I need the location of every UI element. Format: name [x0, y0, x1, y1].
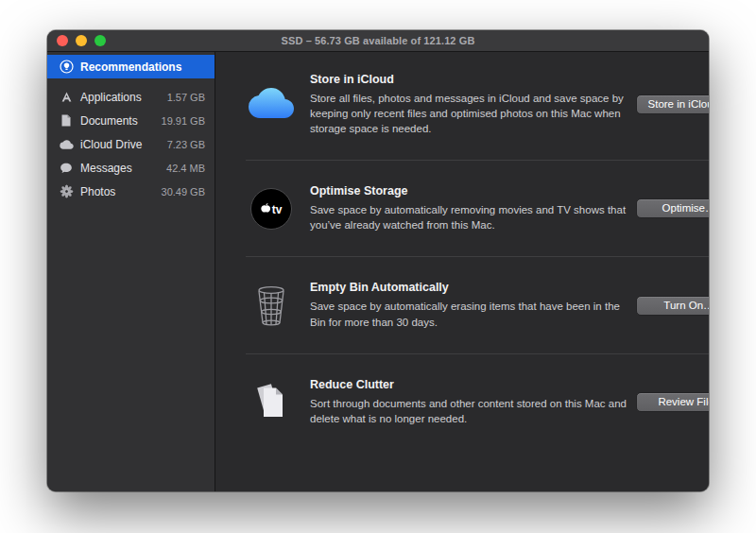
turn-on-button[interactable]: Turn On… — [636, 296, 709, 316]
icloud-icon — [246, 88, 297, 122]
trash-bin-icon — [246, 284, 297, 327]
document-icon — [59, 114, 74, 127]
store-in-icloud-button[interactable]: Store in iCloud… — [636, 95, 709, 114]
sidebar-item-icloud-drive[interactable]: iCloud Drive 7.23 GB — [47, 132, 215, 156]
lightbulb-icon — [59, 60, 74, 74]
section-title: Optimise Storage — [310, 184, 636, 198]
icloud-drive-icon — [59, 139, 74, 150]
photos-icon — [59, 184, 74, 198]
sidebar-item-label: Photos — [80, 185, 115, 198]
section-text: Empty Bin Automatically Save space by au… — [310, 281, 636, 329]
separator — [246, 256, 709, 257]
sidebar-item-documents[interactable]: Documents 19.91 GB — [47, 109, 215, 132]
separator — [246, 160, 709, 161]
section-description: Save space by automatically removing mov… — [310, 202, 636, 232]
sidebar-item-label: iCloud Drive — [80, 138, 142, 151]
section-text: Optimise Storage Save space by automatic… — [310, 184, 636, 232]
storage-management-window: SSD – 56.73 GB available of 121.12 GB Re… — [47, 30, 709, 491]
minimize-button[interactable] — [76, 35, 87, 46]
review-files-button[interactable]: Review Files — [636, 392, 709, 412]
section-optimise-storage: tv Optimise Storage Save space by automa… — [246, 184, 709, 232]
sidebar-item-applications[interactable]: Applications 1.57 GB — [47, 85, 215, 109]
window-body: Recommendations Applications 1.57 GB — [47, 52, 709, 491]
separator — [246, 353, 709, 354]
sidebar-item-label: Applications — [80, 91, 142, 104]
applications-icon — [59, 91, 74, 103]
traffic-lights — [47, 35, 106, 46]
sidebar-item-photos[interactable]: Photos 30.49 GB — [47, 180, 215, 203]
sidebar-item-label: Documents — [80, 114, 138, 128]
section-description: Save space by automatically erasing item… — [310, 299, 636, 329]
section-text: Store in iCloud Store all files, photos … — [310, 73, 636, 136]
section-title: Reduce Clutter — [310, 378, 636, 391]
close-button[interactable] — [57, 35, 68, 46]
messages-icon — [59, 162, 74, 175]
section-reduce-clutter: Reduce Clutter Sort through documents an… — [246, 378, 709, 426]
sidebar-item-size: 19.91 GB — [162, 115, 205, 127]
sidebar-item-messages[interactable]: Messages 42.4 MB — [47, 156, 215, 180]
section-text: Reduce Clutter Sort through documents an… — [310, 378, 636, 426]
apple-tv-icon: tv — [246, 187, 297, 231]
svg-text:tv: tv — [272, 202, 283, 215]
sidebar-item-size: 1.57 GB — [167, 92, 205, 103]
window-title: SSD – 56.73 GB available of 121.12 GB — [47, 35, 709, 46]
optimise-button[interactable]: Optimise… — [636, 198, 709, 218]
zoom-button[interactable] — [94, 35, 106, 46]
section-description: Store all files, photos and messages in … — [310, 91, 636, 136]
sidebar-item-size: 42.4 MB — [166, 163, 205, 174]
sidebar-item-size: 30.49 GB — [162, 186, 205, 198]
sidebar-item-size: 7.23 GB — [167, 139, 205, 150]
sidebar: Recommendations Applications 1.57 GB — [47, 52, 215, 491]
section-store-in-icloud: Store in iCloud Store all files, photos … — [246, 73, 709, 136]
sidebar-item-label: Recommendations — [80, 60, 181, 74]
recommendations-pane: Store in iCloud Store all files, photos … — [215, 52, 709, 491]
titlebar[interactable]: SSD – 56.73 GB available of 121.12 GB — [47, 30, 709, 52]
section-title: Empty Bin Automatically — [310, 281, 636, 294]
section-empty-bin: Empty Bin Automatically Save space by au… — [246, 281, 709, 329]
sidebar-item-label: Messages — [80, 162, 132, 175]
sidebar-item-recommendations[interactable]: Recommendations — [47, 55, 215, 78]
section-title: Store in iCloud — [310, 73, 636, 86]
documents-stack-icon — [246, 380, 297, 423]
section-description: Sort through documents and other content… — [310, 396, 636, 426]
